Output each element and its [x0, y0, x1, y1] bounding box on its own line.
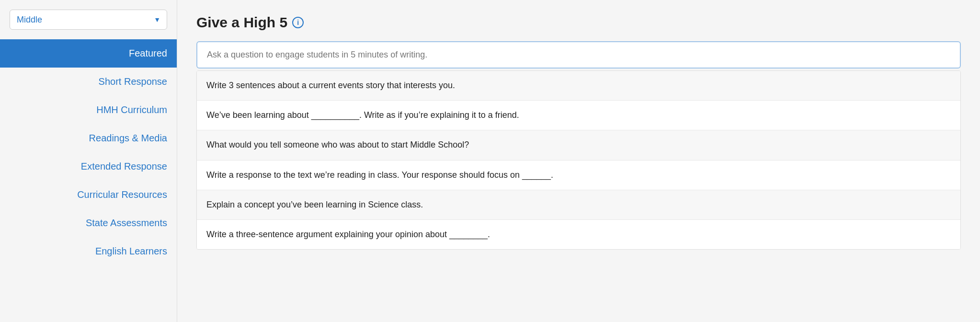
sidebar-item-hmh-curriculum[interactable]: HMH Curriculum: [0, 96, 177, 124]
prompt-item[interactable]: Write 3 sentences about a current events…: [197, 71, 960, 101]
prompts-list: Write 3 sentences about a current events…: [196, 70, 961, 250]
info-icon[interactable]: i: [292, 17, 304, 28]
prompt-item[interactable]: We’ve been learning about __________. Wr…: [197, 101, 960, 130]
search-input[interactable]: [196, 41, 961, 69]
grade-dropdown-wrapper: Elementary Middle High School ▼: [0, 10, 177, 39]
sidebar-item-extended-response[interactable]: Extended Response: [0, 152, 177, 181]
sidebar-nav: Featured Short Response HMH Curriculum R…: [0, 39, 177, 265]
sidebar-item-english-learners[interactable]: English Learners: [0, 237, 177, 265]
prompt-item[interactable]: What would you tell someone who was abou…: [197, 130, 960, 160]
page-title: Give a High 5: [196, 14, 287, 31]
sidebar-item-short-response[interactable]: Short Response: [0, 68, 177, 96]
sidebar-item-readings-media[interactable]: Readings & Media: [0, 124, 177, 152]
grade-dropdown-container: Elementary Middle High School ▼: [10, 10, 167, 30]
sidebar-item-state-assessments[interactable]: State Assessments: [0, 209, 177, 237]
main-content: Give a High 5 i Write 3 sentences about …: [177, 0, 980, 322]
grade-select[interactable]: Elementary Middle High School: [10, 10, 167, 30]
title-row: Give a High 5 i: [196, 14, 961, 31]
prompt-item[interactable]: Explain a concept you’ve been learning i…: [197, 190, 960, 220]
prompt-item[interactable]: Write a response to the text we’re readi…: [197, 161, 960, 190]
prompt-item[interactable]: Write a three-sentence argument explaini…: [197, 220, 960, 249]
sidebar-item-featured[interactable]: Featured: [0, 39, 177, 68]
sidebar: Elementary Middle High School ▼ Featured…: [0, 0, 177, 322]
sidebar-item-curricular-resources[interactable]: Curricular Resources: [0, 181, 177, 209]
